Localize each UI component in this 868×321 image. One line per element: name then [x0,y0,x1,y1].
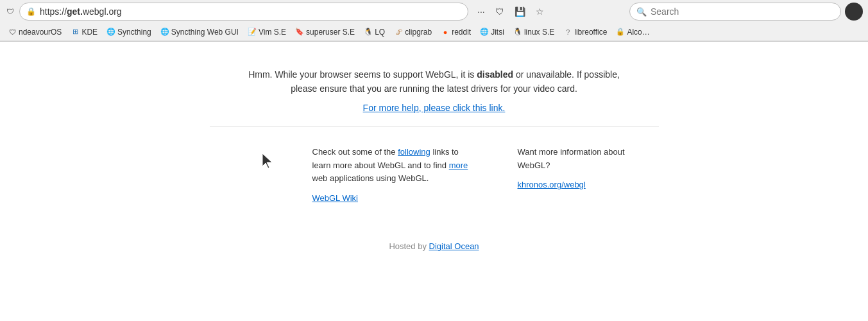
vim-icon: 📝 [248,28,257,37]
lq-icon: 🐧 [364,28,373,37]
bookmark-label: Vim S.E [259,28,286,37]
bookmark-clipgrab[interactable]: 🖇 clipgrab [390,26,436,38]
info-col-left-text: Check out some of the following links to… [312,146,479,186]
search-icon: 🔍 [636,7,647,17]
divider [210,126,659,126]
jitsi-icon: 🌐 [480,28,489,37]
profile-button[interactable] [845,3,863,21]
syncthing-icon: 🌐 [106,28,115,37]
info-col-left: Check out some of the following links to… [312,146,479,203]
bookmark-label: Jitsi [491,28,504,37]
address-bar[interactable]: 🔒 https://get.webgl.org [19,3,468,21]
bookmark-label: ndeavourOS [19,28,62,37]
bookmark-lq[interactable]: 🐧 LQ [360,26,389,38]
lock-icon: 🔒 [26,7,36,16]
bookmark-label: libreoffice [574,28,607,37]
help-link[interactable]: For more help, please click this link. [0,103,868,113]
bookmark-label: KDE [81,28,98,37]
bookmark-label: Alco… [627,28,649,37]
browser-chrome: 🛡 🔒 https://get.webgl.org ··· 🛡 💾 ☆ 🔍 🛡 … [0,0,868,42]
cursor-area [261,146,274,203]
khronos-link[interactable]: khronos.org/webgl [518,180,659,189]
toolbar-actions: ··· 🛡 💾 ☆ [475,5,547,18]
cursor-icon [261,152,274,169]
hosted-footer: Hosted by Digital Ocean [0,241,868,264]
save-icon[interactable]: 💾 [512,5,528,18]
bookmark-syncthing[interactable]: 🌐 Syncthing [103,26,155,38]
more-options-button[interactable]: ··· [475,5,488,18]
bookmark-endeavouros[interactable]: 🛡 ndeavourOS [4,26,65,38]
info-col-right-heading: Want more information about WebGL? [518,146,659,173]
bookmark-kde[interactable]: ⊞ KDE [67,26,101,38]
bookmark-linux-se[interactable]: 🐧 linux S.E [509,26,558,38]
libreoffice-icon: ? [563,28,572,37]
bookmark-label: superuser S.E [306,28,355,37]
bookmark-label: reddit [452,28,471,37]
bookmark-alco[interactable]: 🔒 Alco… [612,26,653,38]
toolbar: 🛡 🔒 https://get.webgl.org ··· 🛡 💾 ☆ 🔍 [0,0,868,23]
more-link[interactable]: more [449,160,468,170]
bookmark-libreoffice[interactable]: ? libreoffice [559,26,611,38]
main-message: Hmm. While your browser seems to support… [235,67,633,96]
reddit-icon: ● [441,28,450,37]
search-input[interactable] [651,6,834,17]
kde-icon: ⊞ [71,28,80,37]
clipgrab-icon: 🖇 [394,28,403,37]
bookmark-vim[interactable]: 📝 Vim S.E [244,26,290,38]
bookmark-reddit[interactable]: ● reddit [437,26,475,38]
bookmark-label: clipgrab [405,28,432,37]
pocket-icon[interactable]: 🛡 [493,5,507,18]
superuser-icon: 🔖 [295,28,304,37]
endeavouros-icon: 🛡 [8,28,17,37]
bookmark-label: Syncthing [117,28,151,37]
linux-se-icon: 🐧 [513,28,522,37]
bookmark-superuser[interactable]: 🔖 superuser S.E [291,26,359,38]
page-content: Hmm. While your browser seems to support… [0,42,868,321]
bookmark-label: Syncthing Web GUI [171,28,239,37]
hosted-by-text: Hosted by [389,241,429,251]
address-text: https://get.webgl.org [40,6,461,17]
star-icon[interactable]: ☆ [533,5,547,18]
bookmark-label: LQ [375,28,385,37]
search-bar[interactable]: 🔍 [629,3,841,21]
svg-marker-0 [262,153,272,168]
syncthing-webgui-icon: 🌐 [160,28,169,37]
info-section: Check out some of the following links to… [210,146,659,203]
bookmarks-bar: 🛡 ndeavourOS ⊞ KDE 🌐 Syncthing 🌐 Syncthi… [0,23,868,41]
following-link[interactable]: following [398,147,430,157]
bookmark-jitsi[interactable]: 🌐 Jitsi [476,26,508,38]
bookmark-syncthing-webgui[interactable]: 🌐 Syncthing Web GUI [157,26,243,38]
bookmark-label: linux S.E [524,28,554,37]
webgl-wiki-link[interactable]: WebGL Wiki [312,193,479,203]
info-col-right: Want more information about WebGL? khron… [518,146,659,203]
shield-icon: 🛡 [5,6,15,17]
digital-ocean-link[interactable]: Digital Ocean [429,241,479,251]
alco-icon: 🔒 [616,28,625,37]
